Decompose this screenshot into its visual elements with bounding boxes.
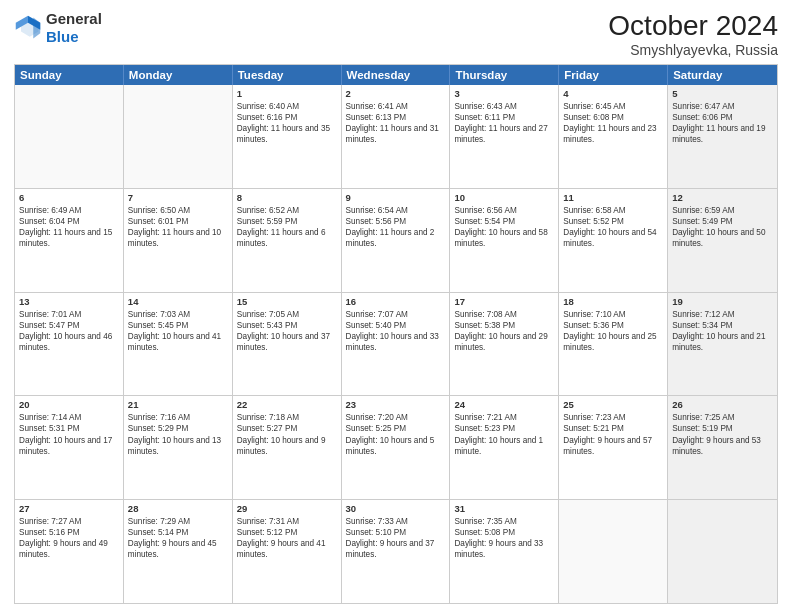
calendar-day-header: Thursday — [450, 65, 559, 85]
day-number: 7 — [128, 192, 228, 203]
day-number: 20 — [19, 399, 119, 410]
day-info: Sunrise: 7:10 AM Sunset: 5:36 PM Dayligh… — [563, 309, 663, 353]
calendar-cell: 2Sunrise: 6:41 AM Sunset: 6:13 PM Daylig… — [342, 85, 451, 188]
day-info: Sunrise: 7:08 AM Sunset: 5:38 PM Dayligh… — [454, 309, 554, 353]
day-info: Sunrise: 7:31 AM Sunset: 5:12 PM Dayligh… — [237, 516, 337, 560]
day-number: 13 — [19, 296, 119, 307]
calendar-day-header: Tuesday — [233, 65, 342, 85]
calendar-cell — [668, 500, 777, 603]
day-info: Sunrise: 7:27 AM Sunset: 5:16 PM Dayligh… — [19, 516, 119, 560]
logo-icon — [14, 14, 42, 42]
day-number: 4 — [563, 88, 663, 99]
calendar-day-header: Monday — [124, 65, 233, 85]
day-info: Sunrise: 7:35 AM Sunset: 5:08 PM Dayligh… — [454, 516, 554, 560]
calendar-cell: 31Sunrise: 7:35 AM Sunset: 5:08 PM Dayli… — [450, 500, 559, 603]
day-number: 15 — [237, 296, 337, 307]
day-info: Sunrise: 7:20 AM Sunset: 5:25 PM Dayligh… — [346, 412, 446, 456]
day-number: 19 — [672, 296, 773, 307]
day-number: 25 — [563, 399, 663, 410]
day-info: Sunrise: 6:50 AM Sunset: 6:01 PM Dayligh… — [128, 205, 228, 249]
calendar-cell: 29Sunrise: 7:31 AM Sunset: 5:12 PM Dayli… — [233, 500, 342, 603]
calendar-cell: 22Sunrise: 7:18 AM Sunset: 5:27 PM Dayli… — [233, 396, 342, 499]
header: General Blue October 2024 Smyshlyayevka,… — [14, 10, 778, 58]
calendar-day-header: Wednesday — [342, 65, 451, 85]
day-number: 9 — [346, 192, 446, 203]
calendar-cell: 7Sunrise: 6:50 AM Sunset: 6:01 PM Daylig… — [124, 189, 233, 292]
calendar-header: SundayMondayTuesdayWednesdayThursdayFrid… — [15, 65, 777, 85]
calendar-cell — [15, 85, 124, 188]
calendar-cell: 25Sunrise: 7:23 AM Sunset: 5:21 PM Dayli… — [559, 396, 668, 499]
day-number: 5 — [672, 88, 773, 99]
calendar-cell: 12Sunrise: 6:59 AM Sunset: 5:49 PM Dayli… — [668, 189, 777, 292]
calendar-cell: 21Sunrise: 7:16 AM Sunset: 5:29 PM Dayli… — [124, 396, 233, 499]
day-info: Sunrise: 7:07 AM Sunset: 5:40 PM Dayligh… — [346, 309, 446, 353]
day-info: Sunrise: 7:29 AM Sunset: 5:14 PM Dayligh… — [128, 516, 228, 560]
day-info: Sunrise: 7:21 AM Sunset: 5:23 PM Dayligh… — [454, 412, 554, 456]
day-info: Sunrise: 6:40 AM Sunset: 6:16 PM Dayligh… — [237, 101, 337, 145]
logo-text: General Blue — [46, 10, 102, 46]
day-info: Sunrise: 7:12 AM Sunset: 5:34 PM Dayligh… — [672, 309, 773, 353]
day-number: 31 — [454, 503, 554, 514]
day-number: 22 — [237, 399, 337, 410]
calendar-cell: 30Sunrise: 7:33 AM Sunset: 5:10 PM Dayli… — [342, 500, 451, 603]
day-number: 1 — [237, 88, 337, 99]
calendar-cell: 14Sunrise: 7:03 AM Sunset: 5:45 PM Dayli… — [124, 293, 233, 396]
page: General Blue October 2024 Smyshlyayevka,… — [0, 0, 792, 612]
calendar-cell: 9Sunrise: 6:54 AM Sunset: 5:56 PM Daylig… — [342, 189, 451, 292]
day-number: 11 — [563, 192, 663, 203]
calendar-cell: 13Sunrise: 7:01 AM Sunset: 5:47 PM Dayli… — [15, 293, 124, 396]
day-number: 8 — [237, 192, 337, 203]
logo-general: General — [46, 10, 102, 27]
title-block: October 2024 Smyshlyayevka, Russia — [608, 10, 778, 58]
calendar-day-header: Sunday — [15, 65, 124, 85]
day-number: 14 — [128, 296, 228, 307]
logo: General Blue — [14, 10, 102, 46]
calendar-cell — [124, 85, 233, 188]
day-info: Sunrise: 6:45 AM Sunset: 6:08 PM Dayligh… — [563, 101, 663, 145]
calendar-cell: 15Sunrise: 7:05 AM Sunset: 5:43 PM Dayli… — [233, 293, 342, 396]
calendar-cell: 26Sunrise: 7:25 AM Sunset: 5:19 PM Dayli… — [668, 396, 777, 499]
calendar: SundayMondayTuesdayWednesdayThursdayFrid… — [14, 64, 778, 604]
day-number: 23 — [346, 399, 446, 410]
day-number: 30 — [346, 503, 446, 514]
calendar-cell: 17Sunrise: 7:08 AM Sunset: 5:38 PM Dayli… — [450, 293, 559, 396]
calendar-cell: 3Sunrise: 6:43 AM Sunset: 6:11 PM Daylig… — [450, 85, 559, 188]
calendar-body: 1Sunrise: 6:40 AM Sunset: 6:16 PM Daylig… — [15, 85, 777, 603]
page-title: October 2024 — [608, 10, 778, 42]
calendar-cell: 16Sunrise: 7:07 AM Sunset: 5:40 PM Dayli… — [342, 293, 451, 396]
calendar-cell: 4Sunrise: 6:45 AM Sunset: 6:08 PM Daylig… — [559, 85, 668, 188]
day-info: Sunrise: 6:54 AM Sunset: 5:56 PM Dayligh… — [346, 205, 446, 249]
day-number: 24 — [454, 399, 554, 410]
calendar-cell — [559, 500, 668, 603]
day-number: 28 — [128, 503, 228, 514]
calendar-cell: 6Sunrise: 6:49 AM Sunset: 6:04 PM Daylig… — [15, 189, 124, 292]
calendar-cell: 5Sunrise: 6:47 AM Sunset: 6:06 PM Daylig… — [668, 85, 777, 188]
calendar-cell: 1Sunrise: 6:40 AM Sunset: 6:16 PM Daylig… — [233, 85, 342, 188]
calendar-week-row: 13Sunrise: 7:01 AM Sunset: 5:47 PM Dayli… — [15, 293, 777, 397]
calendar-cell: 8Sunrise: 6:52 AM Sunset: 5:59 PM Daylig… — [233, 189, 342, 292]
day-info: Sunrise: 6:52 AM Sunset: 5:59 PM Dayligh… — [237, 205, 337, 249]
calendar-day-header: Saturday — [668, 65, 777, 85]
day-info: Sunrise: 6:41 AM Sunset: 6:13 PM Dayligh… — [346, 101, 446, 145]
calendar-cell: 28Sunrise: 7:29 AM Sunset: 5:14 PM Dayli… — [124, 500, 233, 603]
day-info: Sunrise: 6:58 AM Sunset: 5:52 PM Dayligh… — [563, 205, 663, 249]
calendar-week-row: 27Sunrise: 7:27 AM Sunset: 5:16 PM Dayli… — [15, 500, 777, 603]
day-info: Sunrise: 7:18 AM Sunset: 5:27 PM Dayligh… — [237, 412, 337, 456]
calendar-cell: 10Sunrise: 6:56 AM Sunset: 5:54 PM Dayli… — [450, 189, 559, 292]
calendar-cell: 20Sunrise: 7:14 AM Sunset: 5:31 PM Dayli… — [15, 396, 124, 499]
day-info: Sunrise: 7:25 AM Sunset: 5:19 PM Dayligh… — [672, 412, 773, 456]
day-info: Sunrise: 7:14 AM Sunset: 5:31 PM Dayligh… — [19, 412, 119, 456]
logo-blue: Blue — [46, 28, 79, 45]
day-info: Sunrise: 7:16 AM Sunset: 5:29 PM Dayligh… — [128, 412, 228, 456]
day-info: Sunrise: 7:01 AM Sunset: 5:47 PM Dayligh… — [19, 309, 119, 353]
day-info: Sunrise: 6:47 AM Sunset: 6:06 PM Dayligh… — [672, 101, 773, 145]
day-number: 3 — [454, 88, 554, 99]
calendar-cell: 27Sunrise: 7:27 AM Sunset: 5:16 PM Dayli… — [15, 500, 124, 603]
calendar-cell: 24Sunrise: 7:21 AM Sunset: 5:23 PM Dayli… — [450, 396, 559, 499]
day-number: 27 — [19, 503, 119, 514]
day-number: 12 — [672, 192, 773, 203]
day-info: Sunrise: 6:43 AM Sunset: 6:11 PM Dayligh… — [454, 101, 554, 145]
calendar-cell: 23Sunrise: 7:20 AM Sunset: 5:25 PM Dayli… — [342, 396, 451, 499]
day-info: Sunrise: 7:03 AM Sunset: 5:45 PM Dayligh… — [128, 309, 228, 353]
day-number: 21 — [128, 399, 228, 410]
